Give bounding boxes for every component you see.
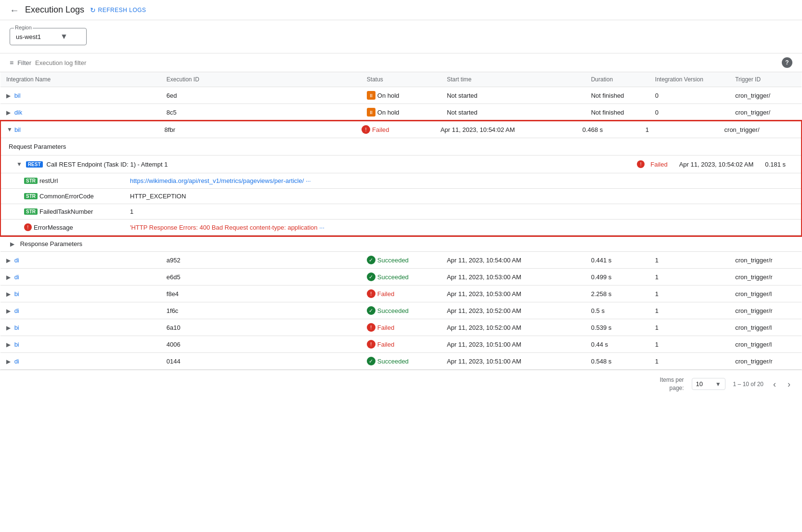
- success-circle-icon: ✓: [367, 256, 375, 264]
- duration-cell: 0.548 s: [585, 353, 649, 370]
- status-cell: ✓ Succeeded: [361, 252, 441, 269]
- expand-response-button[interactable]: ▶: [10, 241, 14, 247]
- table-row: ▶ bi 4006 ! Failed Apr 11, 2023, 10:51:0…: [0, 336, 802, 353]
- help-button[interactable]: ?: [782, 57, 792, 68]
- integration-name-cell: ▶ bi: [0, 285, 161, 302]
- expand-row-1-button[interactable]: ▶: [6, 92, 11, 99]
- version-cell: 0: [649, 87, 729, 104]
- integration-name-link[interactable]: bil: [14, 92, 21, 99]
- col-start-time: Start time: [441, 72, 585, 87]
- start-time-cell: Apr 11, 2023, 10:53:00 AM: [441, 285, 585, 302]
- integration-name-cell: ▶ bi: [0, 336, 161, 353]
- per-page-arrow-icon: ▼: [715, 381, 721, 388]
- status-cell: ✓ Succeeded: [361, 269, 441, 285]
- version-cell: 1: [649, 353, 729, 370]
- execution-id-cell: 1f6c: [161, 302, 361, 319]
- ellipsis-icon[interactable]: ···: [306, 177, 311, 184]
- expand-row-8-button[interactable]: ▶: [6, 324, 11, 331]
- col-integration-name: Integration Name: [0, 72, 161, 87]
- trigger-id-cell: cron_trigger/l: [729, 336, 802, 353]
- success-circle-icon: ✓: [367, 306, 375, 315]
- start-time-cell: Apr 11, 2023, 10:51:00 AM: [441, 353, 585, 370]
- error-circle-icon: !: [362, 125, 370, 134]
- per-page-value: 10: [696, 380, 703, 388]
- expand-row-7-button[interactable]: ▶: [6, 308, 11, 314]
- duration-cell: 2.258 s: [585, 285, 649, 302]
- integration-name-link[interactable]: bi: [14, 290, 19, 298]
- prev-page-button[interactable]: ‹: [771, 378, 778, 390]
- expand-row-2-button[interactable]: ▶: [6, 109, 11, 116]
- version-cell: 1: [649, 269, 729, 285]
- execution-id-cell: 6ed: [161, 87, 361, 104]
- table-row: ▶ di e6d5 ✓ Succeeded Apr 11, 2023, 10:5…: [0, 269, 802, 285]
- rest-badge: REST: [26, 161, 43, 168]
- status-cell: ✓ Succeeded: [361, 353, 441, 370]
- filter-input[interactable]: [35, 59, 778, 66]
- trigger-id-cell: cron_trigger/r: [729, 302, 802, 319]
- error-ellipsis[interactable]: ···: [319, 224, 324, 231]
- next-page-button[interactable]: ›: [786, 378, 792, 390]
- collapse-row-3-button[interactable]: ▼: [7, 126, 13, 133]
- integration-name-link[interactable]: di: [14, 358, 19, 365]
- expand-row-4-button[interactable]: ▶: [6, 257, 11, 264]
- region-select[interactable]: Region us-west1 ▼: [10, 28, 87, 45]
- integration-name-link[interactable]: bi: [14, 324, 19, 331]
- expand-row-9-button[interactable]: ▶: [6, 341, 11, 348]
- version-cell: 1: [649, 252, 729, 269]
- refresh-logs-button[interactable]: ↻ REFRESH LOGS: [90, 6, 146, 14]
- col-version: Integration Version: [649, 72, 729, 87]
- dropdown-arrow-icon: ▼: [60, 32, 68, 41]
- integration-name-link[interactable]: dik: [14, 109, 23, 116]
- region-float-label: Region: [14, 25, 33, 30]
- integration-name-link[interactable]: bi: [14, 341, 19, 348]
- onhold-icon: ⏸: [367, 108, 375, 117]
- start-time-cell: Apr 11, 2023, 10:51:00 AM: [441, 336, 585, 353]
- status-cell: ! Failed: [361, 285, 441, 302]
- expand-row-5-button[interactable]: ▶: [6, 274, 11, 281]
- integration-name-cell: ▶ dik: [0, 104, 161, 121]
- start-time-cell: Apr 11, 2023, 10:54:00 AM: [441, 252, 585, 269]
- execution-table: Integration Name Execution ID Status Sta…: [0, 72, 802, 370]
- request-params-section: Request Parameters ▼ REST Call REST Endp…: [1, 138, 801, 235]
- str-badge: STR: [24, 193, 38, 199]
- error-circle-icon: !: [367, 340, 375, 349]
- integration-name-link[interactable]: di: [14, 307, 19, 314]
- duration-cell: 0.539 s: [585, 319, 649, 336]
- status-cell: ! Failed: [361, 319, 441, 336]
- integration-name-link[interactable]: bil: [14, 126, 21, 133]
- expand-row-6-button[interactable]: ▶: [6, 291, 11, 298]
- status-cell: ✓ Succeeded: [361, 302, 441, 319]
- expand-row-10-button[interactable]: ▶: [6, 358, 11, 365]
- integration-name-link[interactable]: di: [14, 273, 19, 281]
- duration-cell: Not finished: [585, 104, 649, 121]
- field-label: ErrorMessage: [34, 224, 73, 231]
- region-value: us-west1: [16, 33, 41, 40]
- table-row: ▶ di 1f6c ✓ Succeeded Apr 11, 2023, 10:5…: [0, 302, 802, 319]
- duration-cell: 0.441 s: [585, 252, 649, 269]
- trigger-id-cell: cron_trigger/l: [729, 285, 802, 302]
- rest-duration: 0.181 s: [765, 161, 786, 168]
- status-badge: ✓ Succeeded: [367, 272, 409, 281]
- per-page-select[interactable]: 10 ▼: [692, 378, 725, 390]
- status-badge: ! Failed: [367, 340, 394, 349]
- rest-status: Failed: [650, 161, 667, 168]
- rest-start-time: Apr 11, 2023, 10:54:02 AM: [679, 161, 754, 168]
- integration-name-cell: ▶ di: [0, 302, 161, 319]
- version-cell: 1: [649, 336, 729, 353]
- back-button[interactable]: ←: [10, 5, 19, 15]
- integration-name-cell: ▶ di: [0, 353, 161, 370]
- integration-name-cell: ▶ di: [0, 252, 161, 269]
- expand-rest-button[interactable]: ▼: [16, 161, 22, 168]
- field-label: FailedlTaskNumber: [39, 208, 93, 215]
- integration-name-link[interactable]: di: [14, 257, 19, 264]
- pagination-bar: Items perpage: 10 ▼ 1 – 10 of 20 ‹ ›: [0, 370, 802, 398]
- table-row: ▶ bi f8e4 ! Failed Apr 11, 2023, 10:53:0…: [0, 285, 802, 302]
- table-header-row: Integration Name Execution ID Status Sta…: [0, 72, 802, 87]
- table-container: Integration Name Execution ID Status Sta…: [0, 72, 802, 370]
- onhold-icon: ⏸: [367, 91, 375, 100]
- rest-url-value[interactable]: https://wikimedia.org/api/rest_v1/metric…: [130, 177, 304, 184]
- status-badge: ⏸ On hold: [367, 108, 400, 117]
- trigger-id-cell: cron_trigger/r: [729, 269, 802, 285]
- execution-id-cell: 0144: [161, 353, 361, 370]
- rest-call-label: Call REST Endpoint (Task ID: 1) - Attemp…: [47, 161, 634, 168]
